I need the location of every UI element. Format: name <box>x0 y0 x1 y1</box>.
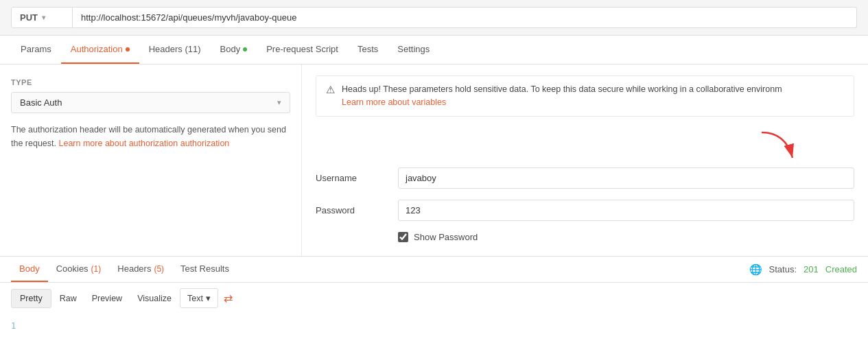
preview-button[interactable]: Preview <box>85 290 129 307</box>
type-value: Basic Auth <box>20 97 62 108</box>
type-chevron-icon: ▾ <box>277 98 281 107</box>
username-input[interactable] <box>398 167 854 189</box>
text-dropdown-label: Text <box>187 294 203 303</box>
method-select[interactable]: PUT ▾ <box>11 7 73 28</box>
tab-body[interactable]: Body <box>211 36 257 64</box>
auth-description: The authorization header will be automat… <box>11 123 290 150</box>
type-select[interactable]: Basic Auth ▾ <box>11 92 290 113</box>
line-number: 1 <box>11 321 16 331</box>
bottom-tab-body[interactable]: Body <box>11 257 48 282</box>
tab-headers[interactable]: Headers (11) <box>139 36 211 64</box>
status-code: 201 <box>804 264 819 274</box>
password-input[interactable] <box>398 200 854 221</box>
status-area: 🌐 Status: 201 Created <box>749 263 857 276</box>
main-content: TYPE Basic Auth ▾ The authorization head… <box>0 64 868 257</box>
headers-badge: (5) <box>154 264 164 274</box>
info-icon: ⚠ <box>326 84 335 96</box>
cookies-badge: (1) <box>91 264 102 274</box>
bottom-tab-headers[interactable]: Headers (5) <box>109 257 172 282</box>
password-row: Password <box>316 200 854 221</box>
tab-params[interactable]: Params <box>11 36 61 64</box>
bottom-tab-test-results[interactable]: Test Results <box>172 257 237 282</box>
username-label: Username <box>316 173 398 183</box>
status-text: Created <box>825 264 857 274</box>
raw-button[interactable]: Raw <box>53 290 84 307</box>
authorization-dot <box>126 47 130 51</box>
learn-variables-link[interactable]: Learn more about variables <box>342 96 782 109</box>
left-panel: TYPE Basic Auth ▾ The authorization head… <box>0 64 302 256</box>
code-area: 1 <box>0 314 868 338</box>
pretty-button[interactable]: Pretty <box>11 289 51 308</box>
tab-authorization[interactable]: Authorization <box>61 36 139 64</box>
wrap-icon[interactable]: ⇄ <box>224 292 233 305</box>
tab-pre-request[interactable]: Pre-request Script <box>257 36 348 64</box>
red-arrow-icon <box>758 129 799 163</box>
show-password-label[interactable]: Show Password <box>414 232 478 242</box>
right-panel: ⚠ Heads up! These parameters hold sensit… <box>302 64 868 256</box>
status-label: Status: <box>769 264 797 274</box>
show-password-row: Show Password <box>398 232 854 242</box>
toolbar-row: Pretty Raw Preview Visualize Text ▾ ⇄ <box>0 283 868 314</box>
body-dot <box>243 47 247 51</box>
bottom-tab-cookies[interactable]: Cookies (1) <box>48 257 110 282</box>
text-dropdown-chevron-icon: ▾ <box>206 293 211 303</box>
password-label: Password <box>316 205 398 215</box>
info-box: ⚠ Heads up! These parameters hold sensit… <box>316 75 854 117</box>
bottom-tabs-row: Body Cookies (1) Headers (5) Test Result… <box>0 257 868 283</box>
globe-icon: 🌐 <box>749 263 762 276</box>
method-label: PUT <box>20 12 38 23</box>
text-dropdown[interactable]: Text ▾ <box>180 288 218 308</box>
visualize-button[interactable]: Visualize <box>130 290 178 307</box>
tab-settings[interactable]: Settings <box>388 36 439 64</box>
type-label: TYPE <box>11 78 290 86</box>
username-row: Username <box>316 167 854 189</box>
info-box-text: Heads up! These parameters hold sensitiv… <box>342 83 782 109</box>
url-input[interactable] <box>73 7 857 28</box>
method-chevron-icon: ▾ <box>42 14 45 21</box>
show-password-checkbox[interactable] <box>398 232 408 242</box>
top-tabs: Params Authorization Headers (11) Body P… <box>0 36 868 64</box>
learn-more-link[interactable]: Learn more about authorization authoriza… <box>59 139 230 148</box>
tab-tests[interactable]: Tests <box>348 36 388 64</box>
url-bar: PUT ▾ <box>0 0 868 36</box>
arrow-container <box>316 126 854 163</box>
